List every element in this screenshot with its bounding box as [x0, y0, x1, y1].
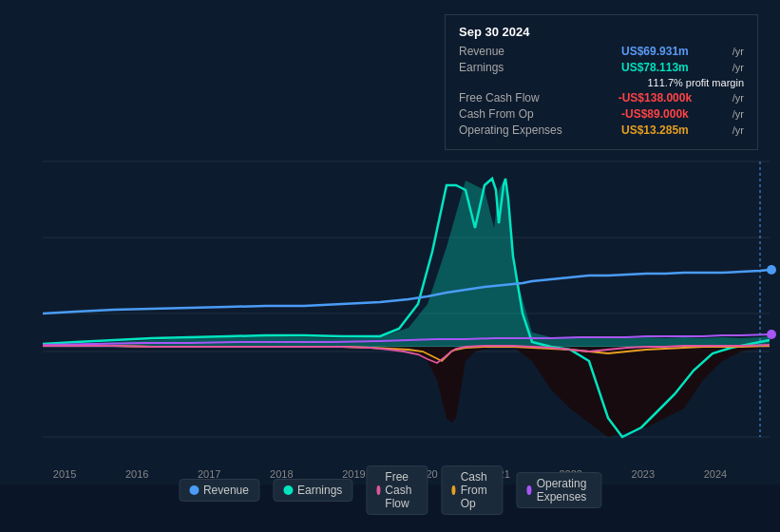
tooltip-value-earnings: US$78.113m — [621, 61, 689, 74]
svg-point-8 — [767, 265, 776, 275]
x-label-2024: 2024 — [704, 468, 727, 480]
chart-container: Sep 30 2024 Revenue US$69.931m /yr Earni… — [0, 0, 780, 532]
tooltip-suffix-opex: /yr — [732, 124, 744, 136]
tooltip-value-cfo: -US$89.000k — [621, 107, 689, 121]
svg-point-9 — [767, 330, 776, 339]
legend-label-earnings: Earnings — [297, 484, 342, 497]
tooltip-box: Sep 30 2024 Revenue US$69.931m /yr Earni… — [445, 14, 758, 150]
tooltip-label-opex: Operating Expenses — [459, 124, 573, 137]
tooltip-value-revenue: US$69.931m — [621, 45, 689, 58]
legend-dot-cfo — [451, 485, 455, 495]
legend-label-opex: Operating Expenses — [537, 477, 591, 504]
tooltip-label-fcf: Free Cash Flow — [459, 91, 573, 104]
tooltip-suffix-cfo: /yr — [732, 108, 744, 120]
x-label-2016: 2016 — [125, 468, 148, 480]
x-label-2023: 2023 — [632, 468, 655, 480]
legend-dot-opex — [526, 485, 531, 495]
x-label-2015: 2015 — [53, 468, 76, 480]
tooltip-label-revenue: Revenue — [459, 45, 573, 58]
legend-label-revenue: Revenue — [203, 484, 249, 497]
tooltip-row-earnings: Earnings US$78.113m /yr — [459, 61, 744, 74]
tooltip-row-opex: Operating Expenses US$13.285m /yr — [459, 124, 744, 137]
tooltip-value-opex: US$13.285m — [621, 124, 689, 137]
legend-dot-revenue — [189, 485, 199, 495]
legend-item-opex[interactable]: Operating Expenses — [516, 472, 601, 508]
tooltip-row-cfo: Cash From Op -US$89.000k /yr — [459, 107, 744, 121]
tooltip-profit-margin: 111.7% profit margin — [648, 77, 745, 88]
legend-item-revenue[interactable]: Revenue — [179, 479, 259, 502]
legend-label-cfo: Cash From Op — [461, 470, 493, 510]
tooltip-suffix-earnings: /yr — [732, 62, 744, 73]
tooltip-row-profit-margin: 111.7% profit margin — [459, 77, 744, 88]
tooltip-suffix-revenue: /yr — [732, 46, 744, 57]
legend-item-earnings[interactable]: Earnings — [273, 479, 352, 502]
legend-dot-fcf — [376, 485, 380, 495]
tooltip-date: Sep 30 2024 — [459, 25, 744, 39]
tooltip-label-cfo: Cash From Op — [459, 107, 573, 121]
legend-item-cfo[interactable]: Cash From Op — [441, 466, 503, 515]
tooltip-row-revenue: Revenue US$69.931m /yr — [459, 45, 744, 58]
legend-label-fcf: Free Cash Flow — [385, 470, 417, 510]
tooltip-suffix-fcf: /yr — [732, 92, 744, 104]
tooltip-row-fcf: Free Cash Flow -US$138.000k /yr — [459, 91, 744, 104]
legend-item-fcf[interactable]: Free Cash Flow — [366, 466, 428, 515]
legend-dot-earnings — [283, 485, 293, 495]
tooltip-label-earnings: Earnings — [459, 61, 573, 74]
chart-legend: Revenue Earnings Free Cash Flow Cash Fro… — [179, 466, 601, 515]
tooltip-value-fcf: -US$138.000k — [618, 91, 692, 104]
